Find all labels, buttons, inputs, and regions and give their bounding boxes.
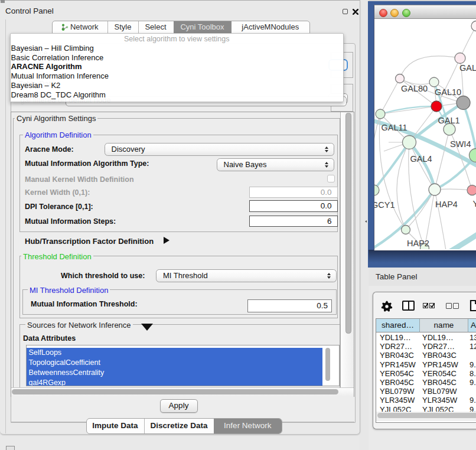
svg-text:Y: Y [473,199,476,208]
svg-text:GAL80: GAL80 [401,84,428,93]
svg-text:GAL4: GAL4 [410,154,432,164]
svg-text:GAL10: GAL10 [435,87,461,97]
svg-text:HAP2: HAP2 [407,239,429,248]
svg-text:SWI4: SWI4 [450,139,471,149]
svg-text:GAL7: GAL7 [459,63,476,73]
svg-text:HAP4: HAP4 [435,200,458,209]
svg-text:GAL11: GAL11 [382,123,407,132]
svg-text:GCY1: GCY1 [374,200,395,210]
svg-text:GAL1: GAL1 [438,116,460,125]
